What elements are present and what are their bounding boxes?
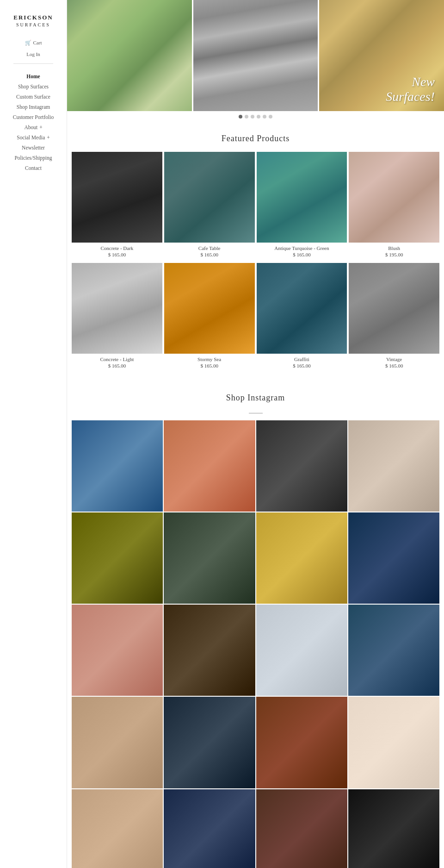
instagram-title: Shop Instagram [67,381,444,411]
product-price-vintage: $ 165.00 [349,363,439,372]
sidebar-item-shop-surfaces[interactable]: Shop Surfaces [0,81,67,92]
instagram-item-10[interactable] [164,605,255,696]
product-price-antique-turquoise: $ 165.00 [257,252,347,261]
slider-dot-3[interactable] [251,115,254,119]
product-name-concrete-dark: Concrete - Dark [72,243,162,252]
instagram-item-7[interactable] [256,512,347,604]
cart-link[interactable]: 🛒 Cart [25,37,42,49]
product-card-antique-turquoise[interactable]: Antique Turquoise - Green $ 165.00 [257,152,347,261]
product-name-graffiti: Graffiti [257,354,347,363]
product-img-antique-turquoise [257,152,347,243]
instagram-item-3[interactable] [256,420,347,512]
product-card-graffiti[interactable]: Graffiti $ 165.00 [257,263,347,372]
about-expand-icon: + [39,125,43,130]
product-img-cafe-table [164,152,255,243]
sidebar-item-about[interactable]: About + [0,122,67,132]
instagram-item-17[interactable] [72,789,163,868]
brand-logo: ERICKSON SURFACES [6,9,60,37]
product-price-blush: $ 195.00 [349,252,439,261]
sidebar-divider-top [13,63,53,64]
hero-slider: New Surfaces! [67,0,444,111]
instagram-item-18[interactable] [164,789,255,868]
slider-dot-6[interactable] [269,115,272,119]
instagram-item-14[interactable] [164,697,255,788]
product-card-stormy-sea[interactable]: Stormy Sea $ 165.00 [164,263,255,372]
instagram-item-12[interactable] [348,605,439,696]
instagram-item-5[interactable] [72,512,163,604]
sidebar-item-policies[interactable]: Policies/Shipping [0,153,67,163]
brand-subtitle: SURFACES [13,22,53,28]
login-link[interactable]: Log In [26,49,40,60]
product-name-antique-turquoise: Antique Turquoise - Green [257,243,347,252]
sidebar-item-shop-instagram[interactable]: Shop Instagram [0,102,67,112]
instagram-item-11[interactable] [256,605,347,696]
instagram-item-19[interactable] [256,789,347,868]
slider-dot-4[interactable] [257,115,260,119]
sidebar-item-customer-portfolio[interactable]: Customer Portfolio [0,112,67,122]
product-price-concrete-dark: $ 165.00 [72,252,162,261]
product-price-cafe-table: $ 165.00 [164,252,255,261]
instagram-grid [67,420,444,868]
sidebar-item-contact[interactable]: Contact [0,163,67,173]
product-price-graffiti: $ 165.00 [257,363,347,372]
instagram-item-16[interactable] [348,697,439,788]
product-price-stormy-sea: $ 165.00 [164,363,255,372]
instagram-divider [249,413,263,413]
sidebar-item-newsletter[interactable]: Newsletter [0,143,67,153]
sidebar-nav: Home Shop Surfaces Custom Surface Shop I… [0,71,67,173]
hero-slide-gray[interactable] [193,0,318,111]
product-img-concrete-dark [72,152,162,243]
hero-gold-line1: New [386,75,435,89]
slider-dots [67,111,444,122]
product-img-stormy-sea [164,263,255,354]
hero-slide-green[interactable] [67,0,192,111]
instagram-section: Shop Instagram [67,372,444,868]
instagram-item-20[interactable] [348,789,439,868]
instagram-item-1[interactable] [72,420,163,512]
product-name-concrete-light: Concrete - Light [72,354,162,363]
product-card-concrete-light[interactable]: Concrete - Light $ 165.00 [72,263,162,372]
product-name-stormy-sea: Stormy Sea [164,354,255,363]
product-img-blush [349,152,439,243]
instagram-item-8[interactable] [348,512,439,604]
hero-gold-line2: Surfaces! [386,89,435,104]
sidebar-item-home[interactable]: Home [0,71,67,81]
slider-dot-2[interactable] [245,115,248,119]
instagram-item-6[interactable] [164,512,255,604]
product-card-concrete-dark[interactable]: Concrete - Dark $ 165.00 [72,152,162,261]
product-img-graffiti [257,263,347,354]
instagram-item-13[interactable] [72,697,163,788]
product-card-cafe-table[interactable]: Cafe Table $ 165.00 [164,152,255,261]
login-label: Log In [26,51,40,57]
cart-icon: 🛒 [25,40,31,46]
featured-products-title: Featured Products [67,122,444,152]
social-expand-icon: + [47,135,50,140]
sidebar-item-custom-surface[interactable]: Custom Surface [0,92,67,102]
product-name-vintage: Vintage [349,354,439,363]
hero-gold-text: New Surfaces! [376,68,444,111]
instagram-item-15[interactable] [256,697,347,788]
product-card-blush[interactable]: Blush $ 195.00 [349,152,439,261]
main-content: New Surfaces! Featured Products Concrete… [67,0,444,868]
product-price-concrete-light: $ 165.00 [72,363,162,372]
hero-slide-gold[interactable]: New Surfaces! [319,0,444,111]
products-grid: Concrete - Dark $ 165.00 Cafe Table $ 16… [67,152,444,372]
product-img-concrete-light [72,263,162,354]
sidebar: ERICKSON SURFACES 🛒 Cart Log In Home Sho… [0,0,67,868]
product-name-cafe-table: Cafe Table [164,243,255,252]
instagram-item-4[interactable] [348,420,439,512]
product-name-blush: Blush [349,243,439,252]
instagram-item-2[interactable] [164,420,255,512]
instagram-item-9[interactable] [72,605,163,696]
product-card-vintage[interactable]: Vintage $ 165.00 [349,263,439,372]
product-img-vintage [349,263,439,354]
brand-name: ERICKSON [13,14,53,21]
cart-label: Cart [33,40,42,45]
slider-dot-5[interactable] [263,115,266,119]
slider-dot-1[interactable] [239,115,242,119]
page-layout: ERICKSON SURFACES 🛒 Cart Log In Home Sho… [0,0,444,868]
sidebar-item-social-media[interactable]: Social Media + [0,132,67,143]
